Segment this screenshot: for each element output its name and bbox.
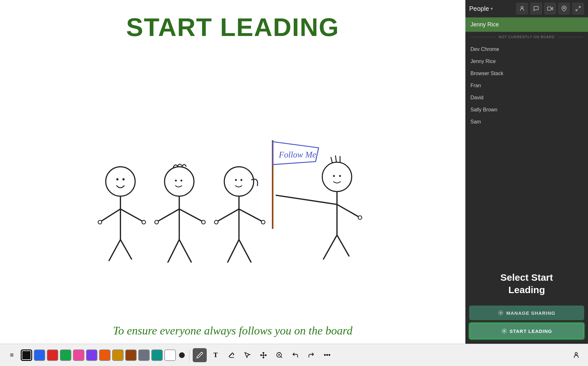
color-swatch-yellow[interactable]: [112, 349, 124, 361]
divider-line-left: [470, 37, 495, 37]
color-swatch-gray[interactable]: [138, 349, 150, 361]
person-list-item[interactable]: Jenny Rice: [465, 55, 588, 67]
location-icon-btn[interactable]: [558, 3, 570, 15]
color-swatch-orange[interactable]: [99, 349, 111, 361]
select-tool-button[interactable]: [240, 348, 255, 362]
svg-line-3: [331, 157, 332, 163]
svg-point-26: [180, 179, 182, 181]
video-icon-btn[interactable]: [544, 3, 556, 15]
svg-line-13: [337, 235, 349, 256]
person-list-item[interactable]: Sam: [465, 116, 588, 128]
illustration: Follow Me: [6, 45, 459, 321]
person-list-item[interactable]: Sally Brown: [465, 104, 588, 116]
redo-button[interactable]: [304, 348, 318, 362]
user-profile-button[interactable]: [569, 348, 583, 362]
svg-point-19: [214, 220, 218, 224]
svg-line-49: [576, 9, 577, 11]
annotation-text: Select Start Leading: [470, 271, 583, 296]
chat-icon-btn[interactable]: [530, 3, 542, 15]
manage-sharing-label: MANAGE SHARING: [506, 310, 555, 316]
not-on-board-label: NOT CURRENTLY ON BOARD: [498, 35, 555, 39]
svg-line-9: [276, 195, 337, 204]
panel-header: People ▾: [465, 0, 588, 18]
person-list-item[interactable]: David: [465, 92, 588, 104]
svg-line-22: [226, 240, 239, 263]
svg-rect-46: [548, 7, 551, 11]
svg-point-36: [122, 178, 125, 180]
eraser-tool-button[interactable]: [225, 348, 239, 362]
svg-point-31: [201, 220, 205, 224]
person-list-item[interactable]: Browser Stack: [465, 67, 588, 80]
svg-line-4: [335, 155, 336, 162]
color-swatch-purple[interactable]: [86, 349, 97, 361]
annotation-line2: Leading: [508, 285, 545, 295]
divider-line-right: [558, 37, 583, 37]
people-dropdown[interactable]: People ▾: [469, 5, 493, 12]
undo-button[interactable]: [288, 348, 302, 362]
color-swatch-blue[interactable]: [34, 349, 45, 361]
people-label: People: [469, 5, 489, 12]
svg-point-35: [116, 178, 118, 180]
svg-point-57: [575, 352, 577, 355]
svg-point-6: [333, 175, 335, 177]
svg-line-10: [337, 204, 358, 216]
active-presenter-bar: Jenny Rice: [465, 18, 588, 32]
svg-point-50: [500, 312, 502, 314]
svg-point-39: [98, 220, 102, 224]
svg-point-11: [358, 216, 362, 220]
panel-icon-group: [516, 3, 584, 15]
svg-line-33: [179, 240, 191, 263]
hamburger-menu-button[interactable]: ≡: [5, 348, 19, 362]
svg-point-24: [164, 167, 194, 196]
stick-figure-svg: Follow Me: [90, 103, 376, 263]
dot-size-indicator: [179, 352, 185, 358]
manage-sharing-button[interactable]: MANAGE SHARING: [469, 306, 584, 320]
color-swatch-white[interactable]: [164, 349, 176, 361]
svg-point-15: [235, 179, 237, 181]
svg-point-47: [563, 7, 565, 9]
move-tool-button[interactable]: [256, 348, 270, 362]
color-palette: [21, 349, 176, 361]
svg-line-54: [281, 356, 282, 358]
color-swatch-green[interactable]: [60, 349, 71, 361]
toolbar-separator-1: [189, 349, 190, 361]
svg-point-34: [105, 167, 135, 196]
svg-line-28: [158, 209, 179, 221]
svg-line-40: [120, 209, 142, 221]
color-swatch-brown[interactable]: [125, 349, 137, 361]
svg-point-44: [521, 6, 523, 8]
page-title: START LEADING: [126, 13, 339, 42]
svg-point-41: [142, 220, 146, 224]
svg-line-30: [179, 209, 202, 221]
svg-line-18: [217, 209, 239, 221]
chevron-down-icon: ▾: [491, 6, 493, 11]
person-list-item[interactable]: Fran: [465, 80, 588, 92]
color-swatch-teal[interactable]: [151, 349, 163, 361]
svg-line-48: [579, 6, 580, 8]
zoom-tool-button[interactable]: [272, 348, 286, 362]
expand-icon-btn[interactable]: [572, 3, 584, 15]
start-leading-button[interactable]: START LEADING: [469, 323, 584, 339]
color-swatch-pink[interactable]: [73, 349, 84, 361]
svg-point-29: [154, 220, 158, 224]
svg-point-7: [339, 175, 341, 177]
color-swatch-red[interactable]: [47, 349, 58, 361]
svg-point-25: [175, 179, 177, 181]
text-tool-button[interactable]: T: [209, 348, 223, 362]
people-list: Dev ChromeJenny RiceBrowser StackFranDav…: [465, 42, 588, 265]
start-leading-label: START LEADING: [510, 328, 552, 334]
pen-tool-button[interactable]: [193, 348, 207, 362]
svg-line-20: [239, 209, 262, 221]
right-panel: People ▾: [465, 0, 588, 344]
more-options-button[interactable]: •••: [320, 348, 334, 362]
svg-line-52: [230, 353, 232, 355]
svg-point-14: [224, 167, 254, 196]
people-icon-btn[interactable]: [516, 3, 528, 15]
svg-line-43: [120, 240, 132, 260]
svg-text:Follow Me: Follow Me: [278, 150, 316, 159]
person-list-item[interactable]: Dev Chrome: [465, 43, 588, 55]
color-swatch-black[interactable]: [21, 349, 32, 361]
bottom-toolbar: ≡ T: [0, 344, 588, 366]
svg-point-16: [240, 179, 242, 181]
canvas-area: START LEADING Follow Me: [0, 0, 465, 344]
